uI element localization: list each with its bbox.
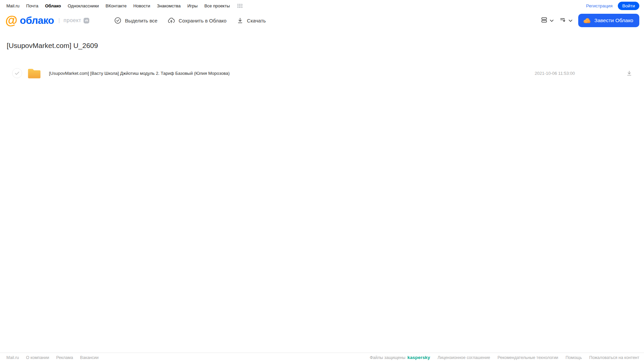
check-icon <box>15 71 19 75</box>
nav-item-mailru[interactable]: Mail.ru <box>6 3 19 8</box>
page-title: [UsupovMarket.com] U_2609 <box>7 42 98 50</box>
kaspersky-protection: Файлы защищены kaspersky <box>370 355 430 360</box>
project-label: проект <box>63 17 81 23</box>
sort-descending-icon <box>559 16 566 25</box>
logo-divider: | <box>58 17 60 24</box>
select-all-button[interactable]: Выделить все <box>114 17 157 24</box>
view-mode-dropdown[interactable] <box>541 16 554 25</box>
row-checkbox[interactable] <box>12 68 22 78</box>
select-all-label: Выделить все <box>125 18 157 23</box>
cloud-logo[interactable]: @ облако | проект vk <box>5 14 89 27</box>
portal-navbar: Mail.ru Почта Облако Одноклассники ВКонт… <box>0 0 644 11</box>
footer-link-mailru[interactable]: Mail.ru <box>6 355 19 360</box>
nav-item-pochta[interactable]: Почта <box>26 3 38 8</box>
auth-controls: Регистрация Войти <box>586 2 639 10</box>
download-button[interactable]: Скачать <box>237 17 266 24</box>
mailru-at-icon: @ <box>5 14 17 27</box>
nav-item-vkontakte[interactable]: ВКонтакте <box>106 3 127 8</box>
nav-item-igry[interactable]: Игры <box>187 3 198 8</box>
logo-wordmark: облако <box>20 15 54 26</box>
kaspersky-logo[interactable]: kaspersky <box>407 355 430 360</box>
footer-right-links: Файлы защищены kaspersky Лицензионное со… <box>370 355 639 360</box>
nav-item-oblako[interactable]: Облако <box>45 3 61 8</box>
file-date: 2021-10-06 11:53:00 <box>535 71 575 76</box>
save-to-cloud-label: Сохранить в Облако <box>179 18 227 23</box>
chevron-down-icon <box>568 17 573 23</box>
check-circle-icon <box>114 17 121 24</box>
registration-link[interactable]: Регистрация <box>586 3 612 8</box>
footer-link-report-content[interactable]: Пожаловаться на контент <box>589 355 639 360</box>
footer-link-jobs[interactable]: Вакансии <box>80 355 99 360</box>
header-view-controls: Завести Облако <box>541 14 639 27</box>
file-toolbar: Выделить все Сохранить в Облако Скачат <box>114 17 266 24</box>
protected-label: Файлы защищены <box>370 355 405 360</box>
cloud-upload-icon <box>167 17 175 24</box>
nav-item-odnoklassniki[interactable]: Одноклассники <box>68 3 99 8</box>
footer-left-links: Mail.ru О компании Реклама Вакансии <box>6 355 99 360</box>
login-button[interactable]: Войти <box>618 2 639 10</box>
footer-link-help[interactable]: Помощь <box>565 355 582 360</box>
file-row[interactable]: [UsupovMarket.com] [Васту Школа] Джйотиш… <box>8 66 635 80</box>
download-icon <box>237 17 244 24</box>
create-cloud-label: Завести Облако <box>594 17 633 23</box>
nav-item-novosti[interactable]: Новости <box>133 3 150 8</box>
save-to-cloud-button[interactable]: Сохранить в Облако <box>167 17 227 24</box>
footer-link-ads[interactable]: Реклама <box>56 355 73 360</box>
vk-badge-icon: vk <box>84 18 89 23</box>
chevron-down-icon <box>550 17 554 23</box>
download-label: Скачать <box>247 18 266 23</box>
grid-dots-icon[interactable] <box>237 4 243 8</box>
file-name[interactable]: [UsupovMarket.com] [Васту Школа] Джйотиш… <box>49 71 230 76</box>
create-cloud-button[interactable]: Завести Облако <box>578 14 639 27</box>
portal-nav-links: Mail.ru Почта Облако Одноклассники ВКонт… <box>6 3 243 8</box>
sort-dropdown[interactable] <box>559 16 573 25</box>
row-download-icon[interactable] <box>626 70 633 76</box>
footer: Mail.ru О компании Реклама Вакансии Файл… <box>0 353 644 362</box>
list-view-icon <box>541 16 548 25</box>
footer-link-company[interactable]: О компании <box>26 355 49 360</box>
cloud-icon <box>583 17 591 23</box>
nav-item-znakomstva[interactable]: Знакомства <box>157 3 181 8</box>
cloud-header: @ облако | проект vk Выделить все <box>0 11 644 30</box>
nav-item-vse-proekty[interactable]: Все проекты <box>204 3 230 8</box>
folder-icon <box>27 67 42 79</box>
footer-link-recommendation-tech[interactable]: Рекомендательные технологии <box>497 355 558 360</box>
footer-link-license[interactable]: Лицензионное соглашение <box>438 355 490 360</box>
